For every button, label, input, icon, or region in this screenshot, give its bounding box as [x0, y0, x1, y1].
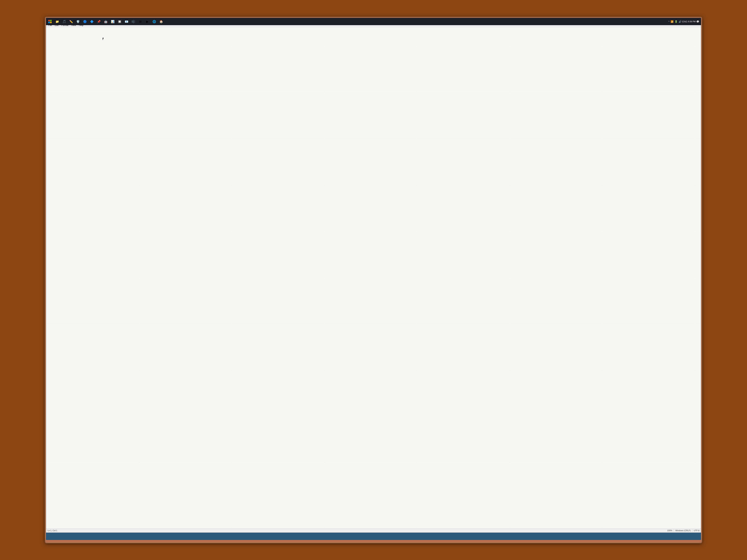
taskbar-chrome-g[interactable]: 🔵 — [82, 18, 88, 25]
tray-notification[interactable]: 💬 — [696, 20, 699, 23]
taskbar-app-m[interactable]: 📧 — [123, 18, 130, 25]
clock[interactable]: 8:36 PM — [688, 20, 696, 23]
start-icon — [48, 20, 52, 23]
desktop: New Text Document - Notepad ─ □ ✕ File E… — [46, 18, 701, 540]
line-ending: Windows (CRLF) — [675, 529, 691, 532]
status-separator-2 — [692, 529, 692, 532]
encoding: UTF-8 — [694, 529, 699, 532]
tray-network[interactable]: 📶 — [671, 20, 673, 23]
tray-language[interactable]: ENG — [682, 20, 687, 23]
taskbar-pen[interactable]: ✏️ — [68, 18, 74, 25]
taskbar-browser[interactable]: 🌐 — [151, 18, 158, 25]
taskbar: 📁 🎵 ✏️ 🛡️ 🔵 🔷 📌 🤖 📊 🔲 📧 🎼 ⊞ ▶ 🌐 🏠 — [46, 18, 701, 25]
tray-wifi[interactable]: 🔋 — [675, 20, 677, 23]
text-area-container[interactable] — [46, 27, 701, 529]
taskbar-file-explorer[interactable]: 📁 — [54, 18, 60, 25]
monitor-screen: FlexScan L767 New Text Document - Notepa… — [46, 18, 701, 540]
taskbar-app-mu[interactable]: 🎼 — [130, 18, 137, 25]
clock-time: 8:36 PM — [688, 20, 696, 23]
monitor-bezel: FlexScan L767 New Text Document - Notepa… — [45, 17, 702, 543]
taskbar-windows-app[interactable]: 🏠 — [158, 18, 164, 25]
taskbar-app-2d[interactable]: 🔲 — [117, 18, 123, 25]
notepad-window: New Text Document - Notepad ─ □ ✕ File E… — [46, 18, 701, 533]
taskbar-right: ^ 📶 🔋 🔊 ENG 8:36 PM 💬 — [668, 20, 700, 23]
tray-volume[interactable]: 🔊 — [678, 20, 681, 23]
taskbar-app-grid[interactable]: ⊞ — [137, 18, 144, 25]
taskbar-app-p1[interactable]: 📌 — [96, 18, 102, 25]
cursor-position: Ln 1, Col 1 — [48, 529, 57, 532]
taskbar-spotify[interactable]: 🎵 — [61, 18, 68, 25]
tray-chevron[interactable]: ^ — [668, 20, 669, 23]
taskbar-apps: 📁 🎵 ✏️ 🛡️ 🔵 🔷 📌 🤖 📊 🔲 📧 🎼 ⊞ ▶ 🌐 🏠 — [54, 18, 668, 25]
system-tray: ^ 📶 🔋 🔊 — [668, 20, 681, 23]
taskbar-app-p4[interactable]: 📊 — [109, 18, 116, 25]
zoom-level: 100% — [667, 529, 672, 532]
taskbar-app-c[interactable]: 🔷 — [88, 18, 95, 25]
start-button[interactable] — [47, 18, 53, 25]
notepad-textarea[interactable] — [46, 27, 701, 529]
monitor-bottom — [46, 540, 701, 542]
taskbar-app-ai[interactable]: 🤖 — [103, 18, 109, 25]
status-bar: Ln 1, Col 1 100% Windows (CRLF) UTF-8 — [46, 529, 701, 532]
taskbar-shield[interactable]: 🛡️ — [75, 18, 81, 25]
taskbar-app-live[interactable]: ▶ — [144, 18, 151, 25]
